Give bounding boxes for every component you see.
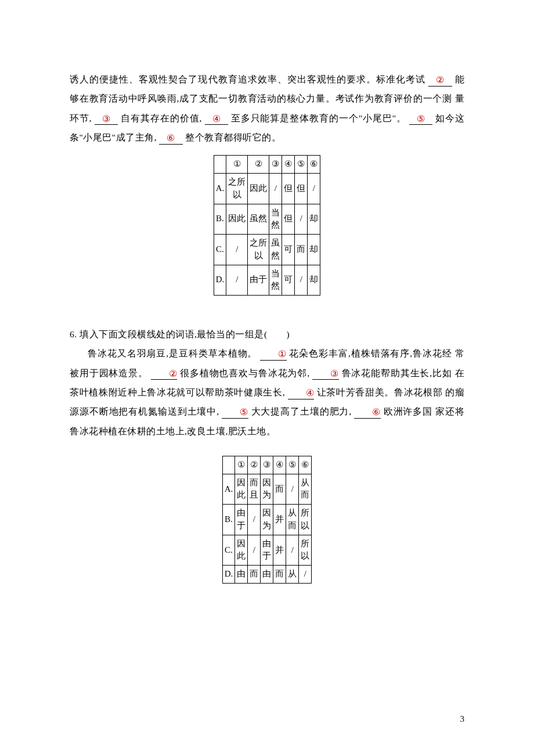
blank-label: ② (169, 369, 178, 379)
blank-5: ⑤ (409, 114, 432, 125)
blank-label: ① (278, 349, 287, 359)
th (214, 156, 226, 174)
blank-label: ④ (212, 114, 221, 124)
td: / (286, 474, 299, 505)
th: ⑥ (299, 456, 312, 474)
blank-4: ④ (205, 114, 228, 125)
row-label: D. (214, 265, 226, 296)
th: ② (248, 456, 261, 474)
blank-4: ④ (288, 388, 315, 399)
td: 可 (282, 265, 295, 296)
td: 并 (273, 505, 286, 535)
td: / (269, 174, 282, 204)
table-row: A. 之所以 因此 / 但 但 / (214, 174, 320, 204)
text: 花朵色彩丰富,植株错落有序,鲁冰花经 (289, 348, 452, 358)
th: ② (248, 156, 269, 174)
td: 因此 (248, 174, 269, 204)
td: 由 (235, 566, 248, 584)
row-label: A. (214, 174, 226, 204)
question-6: 6. 填入下面文段横线处的词语,最恰当的一组是( ) 鲁冰花又名羽扇豆,是豆科类… (70, 325, 464, 441)
row-label: A. (222, 474, 235, 505)
td: 因此 (235, 474, 248, 505)
row-label: C. (214, 235, 226, 265)
text: 让茶叶芳香甜美。鲁冰花根部 (317, 387, 443, 397)
th: ③ (261, 456, 273, 474)
td: / (248, 505, 261, 535)
td: 而且 (248, 474, 261, 505)
blank-2: ② (151, 369, 178, 380)
page: 诱人的便捷性、客观性契合了现代教育追求效率、突出客观性的要求。标准化考试 ② 能… (0, 0, 534, 756)
page-number: 3 (460, 710, 465, 728)
table-header-row: ① ② ③ ④ ⑤ ⑥ (214, 156, 320, 174)
td: 所以 (299, 535, 312, 566)
td: 虽然 (248, 204, 269, 235)
td: 却 (308, 235, 320, 265)
th: ① (235, 456, 248, 474)
td: 并 (273, 535, 286, 566)
th: ⑥ (308, 156, 320, 174)
passage-2: 鲁冰花又名羽扇豆,是豆科类草本植物。 ① 花朵色彩丰富,植株错落有序,鲁冰花经 … (70, 344, 464, 441)
row-label: B. (222, 505, 235, 535)
blank-label: ③ (330, 369, 339, 379)
td: 因此 (226, 204, 248, 235)
table-row: C. / 之所以 虽然 可 而 却 (214, 235, 320, 265)
th (222, 456, 235, 474)
row-label: B. (214, 204, 226, 235)
td: 但 (282, 204, 295, 235)
table-row: D. 由 而 由 而 从 / (222, 566, 312, 584)
table-row: B. 由于 / 因为 并 从而 所以 (222, 505, 312, 535)
td: 但 (282, 174, 295, 204)
text: 至多只能算是整体教育的一个"小尾巴"。 (231, 113, 406, 123)
td: / (226, 235, 248, 265)
td: / (299, 566, 312, 584)
td: 可 (282, 235, 295, 265)
blank-label: ② (436, 75, 445, 85)
text: 够在教育活动中呼风唤雨,成了支配一切教育活动的核心力量。考试作为教育评价的一个测 (70, 93, 452, 103)
td: 而 (273, 474, 286, 505)
table-row: B. 因此 虽然 当然 但 / 却 (214, 204, 320, 235)
td: 所以 (299, 505, 312, 535)
text: 鲁冰花又名羽扇豆,是豆科类草本植物。 (88, 348, 257, 358)
td: 从而 (286, 505, 299, 535)
td: 因为 (261, 505, 273, 535)
td: 当然 (269, 204, 282, 235)
blank-1: ① (260, 349, 287, 361)
td: / (308, 174, 320, 204)
text: 鲁冰花能帮助其生长,比如 (342, 368, 452, 378)
blank-5: ⑤ (222, 407, 248, 419)
td: / (295, 204, 308, 235)
td: 从而 (299, 474, 312, 505)
blank-label: ⑤ (417, 114, 425, 124)
td: 之所以 (226, 174, 248, 204)
td: 由于 (235, 505, 248, 535)
td: 而 (248, 566, 261, 584)
td: 却 (308, 204, 320, 235)
blank-label: ③ (102, 114, 111, 124)
td: 由于 (248, 265, 269, 296)
text: 大大提高了土壤的肥力, (251, 406, 352, 416)
text: 很多植物也喜欢与鲁冰花为邻, (180, 368, 310, 378)
blank-2: ② (428, 75, 452, 87)
options-table-2: ① ② ③ ④ ⑤ ⑥ A. 因此 而且 因为 而 / 从而 B. 由于 / 因… (222, 456, 312, 584)
blank-6: ⑥ (159, 133, 182, 145)
th: ③ (269, 156, 282, 174)
row-label: D. (222, 566, 235, 584)
table-header-row: ① ② ③ ④ ⑤ ⑥ (222, 456, 312, 474)
td: / (226, 265, 248, 296)
th: ⑤ (286, 456, 299, 474)
table-row: D. / 由于 当然 可 / 却 (214, 265, 320, 296)
td: 从 (286, 566, 299, 584)
blank-label: ④ (306, 388, 315, 398)
text: 整个教育都得听它的。 (185, 132, 281, 142)
question-stem: 6. 填入下面文段横线处的词语,最恰当的一组是( ) (70, 325, 464, 344)
blank-label: ⑤ (240, 407, 248, 417)
td: 却 (308, 265, 320, 296)
passage-1: 诱人的便捷性、客观性契合了现代教育追求效率、突出客观性的要求。标准化考试 ② 能… (70, 70, 464, 147)
td: 但 (295, 174, 308, 204)
td: 由于 (261, 535, 273, 566)
text: 欧洲许多国 (384, 406, 432, 416)
text: 自有其存在的价值, (121, 113, 202, 123)
td: 当然 (269, 265, 282, 296)
th: ④ (282, 156, 295, 174)
td: 之所以 (248, 235, 269, 265)
